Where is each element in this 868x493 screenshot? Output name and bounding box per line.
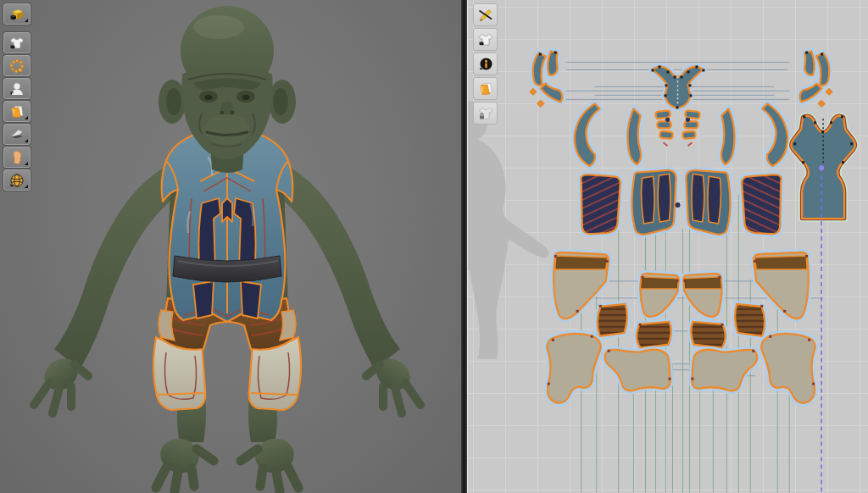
- tshirt-2d-button[interactable]: [473, 28, 498, 51]
- toolbar-3d: [3, 3, 31, 191]
- pattern-pieces-collar-bars[interactable]: [655, 110, 700, 146]
- 3d-scene-canvas[interactable]: [0, 0, 461, 493]
- app-window: [0, 0, 868, 493]
- seam-guide-lines-green: [581, 195, 789, 492]
- icon-pins: [8, 58, 25, 75]
- folded-paper-2d-button[interactable]: [473, 77, 498, 100]
- pin-dots-button[interactable]: [3, 55, 31, 76]
- viewport-3d-panel[interactable]: [0, 0, 461, 493]
- box-3d-button[interactable]: [3, 3, 31, 25]
- icon-paper: [8, 103, 25, 120]
- head-silhouette-button[interactable]: [3, 147, 31, 168]
- garment-pants[interactable]: [153, 337, 301, 410]
- panel-divider[interactable]: [461, 0, 467, 493]
- symmetry-anchor-point[interactable]: [819, 165, 824, 170]
- person-button[interactable]: [3, 78, 31, 99]
- icon-avatar: [8, 80, 25, 97]
- icon-head: [8, 149, 25, 166]
- 2d-scene-canvas[interactable]: [468, 0, 868, 493]
- icon-globe: [8, 172, 25, 189]
- icon-cloth: [8, 126, 25, 143]
- pattern-pieces-left[interactable]: [530, 51, 679, 402]
- pen-edit-button[interactable]: [473, 3, 498, 26]
- icon-info: [477, 56, 494, 73]
- info-button[interactable]: [473, 53, 498, 75]
- folded-cloth-button[interactable]: [3, 124, 31, 145]
- tshirt-3d-button[interactable]: [3, 32, 31, 53]
- icon-shirt: [8, 35, 25, 52]
- pattern-pieces-right[interactable]: [683, 51, 832, 402]
- icon-pen: [477, 7, 494, 24]
- icon-shirt: [477, 31, 494, 48]
- pattern-editor-panel[interactable]: [467, 0, 868, 493]
- avatar-silhouette: [468, 102, 548, 359]
- toolbar-2d: [473, 3, 498, 125]
- character-head: [159, 6, 296, 159]
- tshirt-locked-button[interactable]: [473, 102, 498, 125]
- icon-shirt-lock: [477, 105, 494, 122]
- folded-paper-button[interactable]: [3, 101, 31, 122]
- icon-paper: [477, 80, 494, 97]
- globe-mesh-button[interactable]: [3, 169, 31, 191]
- center-notch-point: [675, 202, 680, 208]
- icon-box3d: [8, 6, 25, 23]
